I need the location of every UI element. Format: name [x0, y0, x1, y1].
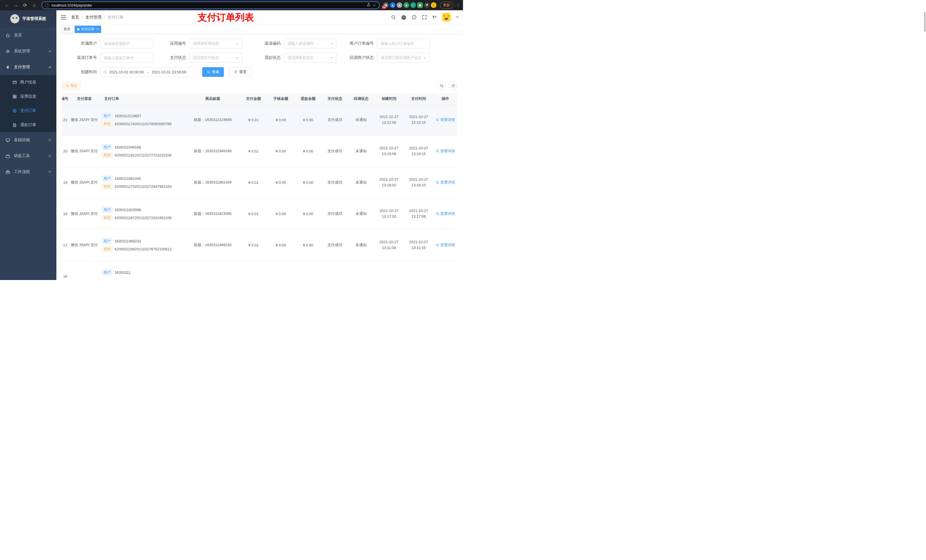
page-content: 所属商户 应用编号 请选择应用信息 渠道编码 请输入渠道编码 商户订单编号 渠道…: [56, 34, 463, 280]
tag-pay-order[interactable]: 支付订单 ×: [75, 26, 101, 33]
bookmark-star-icon[interactable]: ☆: [373, 3, 376, 8]
reload-button[interactable]: ⟳: [21, 1, 29, 9]
extensions-puzzle-icon[interactable]: ⧩: [424, 2, 430, 8]
font-size-icon[interactable]: TT: [432, 15, 437, 20]
sidebar-item-merchant-info[interactable]: 商户信息: [0, 75, 56, 89]
extension-icon-green[interactable]: ●: [404, 2, 409, 8]
view-detail-link[interactable]: 查看详情: [436, 242, 455, 248]
merchant-input[interactable]: [100, 39, 153, 48]
home-icon: [6, 33, 10, 38]
github-icon[interactable]: [401, 15, 406, 20]
pay-status-cell: 支付成功: [322, 198, 348, 229]
order-id-cell: 18: [62, 198, 68, 229]
avatar-caret-icon[interactable]: [456, 17, 458, 18]
search-icon: [440, 84, 443, 88]
address-bar[interactable]: i localhost:1024/pay/order ☆: [42, 2, 380, 9]
chevron-down-icon: [48, 170, 51, 174]
action-cell: 查看详情: [433, 198, 457, 229]
order-id-cell: 16: [62, 261, 68, 280]
merchant-order-no-input[interactable]: [377, 39, 430, 48]
pay-status-cell: 支付成功: [322, 229, 348, 261]
channel-order-no-input[interactable]: [100, 53, 153, 63]
svg-text:?: ?: [413, 16, 415, 19]
notify-status-cell: 未通知: [348, 167, 374, 198]
toggle-search-button[interactable]: [437, 82, 446, 90]
sidebar-item-payment[interactable]: ¥ 支付管理: [0, 59, 56, 75]
back-button[interactable]: ←: [3, 1, 11, 9]
breadcrumb: 首页 / 支付管理 / 支付订单: [71, 15, 124, 20]
profile-avatar-icon[interactable]: ☺: [431, 2, 437, 8]
magnifier-icon: [436, 149, 439, 153]
sidebar-item-infrastructure[interactable]: 基础设施: [0, 132, 56, 148]
export-button[interactable]: 导出: [62, 82, 80, 90]
browser-menu-icon[interactable]: ⋮: [456, 3, 460, 8]
notify-status-cell: 未通知: [348, 229, 374, 261]
product-title-cell: 标题：1635311823086: [186, 198, 240, 229]
sidebar-item-home[interactable]: 首页: [0, 27, 56, 43]
sidebar-item-workflow[interactable]: 工作流程: [0, 164, 56, 180]
extension-icon-tabs[interactable]: ▦10: [383, 2, 389, 8]
pay-amount-cell: ¥ 0.01: [240, 136, 267, 167]
site-info-icon[interactable]: i: [45, 3, 49, 8]
order-id-cell: 19: [62, 167, 68, 198]
fullscreen-icon[interactable]: [422, 15, 427, 20]
view-detail-link[interactable]: 查看详情: [436, 117, 455, 122]
view-detail-link[interactable]: 查看详情: [436, 211, 455, 216]
product-title-cell: [186, 261, 240, 280]
app-no-select[interactable]: 请选择应用信息: [189, 39, 242, 48]
select-caret-icon: [236, 42, 239, 45]
channel-code-select[interactable]: 请输入渠道编码: [284, 39, 337, 48]
extension-icon-chat[interactable]: ▣: [417, 2, 423, 8]
forward-button[interactable]: →: [12, 1, 20, 9]
close-tag-icon[interactable]: ×: [97, 27, 98, 31]
pay-status-select[interactable]: 请选择支付状态: [189, 53, 242, 63]
home-button[interactable]: ⌂: [30, 1, 38, 9]
sidebar-item-pay-order[interactable]: 支付订单: [0, 104, 56, 118]
refund-amount-cell: ¥ 0.00: [294, 198, 322, 229]
breadcrumb-payment[interactable]: 支付管理: [85, 15, 101, 20]
url-text: localhost:1024/pay/order: [51, 3, 365, 8]
merchant-order-no-label: 商户订单编号: [337, 41, 377, 46]
sidebar-item-app-info[interactable]: 应用信息: [0, 89, 56, 104]
pay-order-cell: 商户16353111 支付: [100, 261, 186, 280]
fee-amount-cell: [267, 261, 294, 280]
search-icon[interactable]: [391, 15, 396, 20]
pay-status-label: 支付状态: [153, 55, 189, 60]
tag-home[interactable]: 首页: [61, 26, 73, 33]
date-range-picker[interactable]: 2021-10-01 00:00:00 - 2021-10-31 23:59:5…: [100, 67, 196, 77]
merchant-order-no: 1635311949168: [115, 145, 141, 149]
chrome-update-button[interactable]: 更新: [440, 2, 453, 9]
browser-toolbar: ← → ⟳ ⌂ i localhost:1024/pay/order ☆ ▦10…: [0, 0, 463, 10]
breadcrumb-home[interactable]: 首页: [71, 15, 79, 20]
notify-status-select[interactable]: 请选择订单回调商户状态: [377, 53, 430, 63]
chevron-down-icon: [48, 138, 51, 142]
select-caret-icon: [330, 42, 333, 45]
sidebar-item-system[interactable]: 系统管理: [0, 43, 56, 59]
merchant-order-no: 1635311881440: [115, 177, 141, 181]
collapse-sidebar-icon[interactable]: [61, 15, 66, 20]
view-detail-link[interactable]: 查看详情: [436, 148, 455, 154]
refresh-icon: [234, 70, 238, 74]
refund-status-select[interactable]: 请选择退款状态: [284, 53, 337, 63]
user-avatar[interactable]: [442, 13, 451, 22]
extension-icon-gray[interactable]: ●: [396, 2, 402, 8]
help-icon[interactable]: ?: [412, 15, 416, 20]
refresh-table-button[interactable]: [449, 82, 457, 90]
table-row: 21 微信 JSAPI 支付 商户1635312124657 支付4200001…: [62, 104, 457, 136]
sidebar-item-dev-tools[interactable]: 研发工具: [0, 148, 56, 164]
sidebar-logo[interactable]: 芋道管理系统: [0, 10, 56, 27]
active-dot: [77, 28, 79, 30]
share-icon[interactable]: [367, 3, 371, 8]
view-detail-link[interactable]: 查看详情: [436, 180, 455, 185]
channel-code-label: 渠道编码: [242, 41, 284, 46]
fee-amount-cell: ¥ 0.00: [267, 104, 294, 136]
sidebar-item-refund-order[interactable]: 退款订单: [0, 118, 56, 132]
extension-icon-check[interactable]: ✓: [410, 2, 416, 8]
extension-icon-drop[interactable]: 💧: [390, 2, 395, 8]
search-button[interactable]: 搜索: [202, 67, 224, 77]
reset-button[interactable]: 重置: [230, 67, 251, 77]
channel-order-no: 4200001167202110271022491439: [115, 216, 172, 220]
pay-status-cell: 支付成功: [322, 104, 348, 136]
select-caret-icon: [236, 56, 239, 59]
sidebar: 芋道管理系统 首页 系统管理 ¥ 支付管理 商户信息 应用信息: [0, 10, 56, 280]
